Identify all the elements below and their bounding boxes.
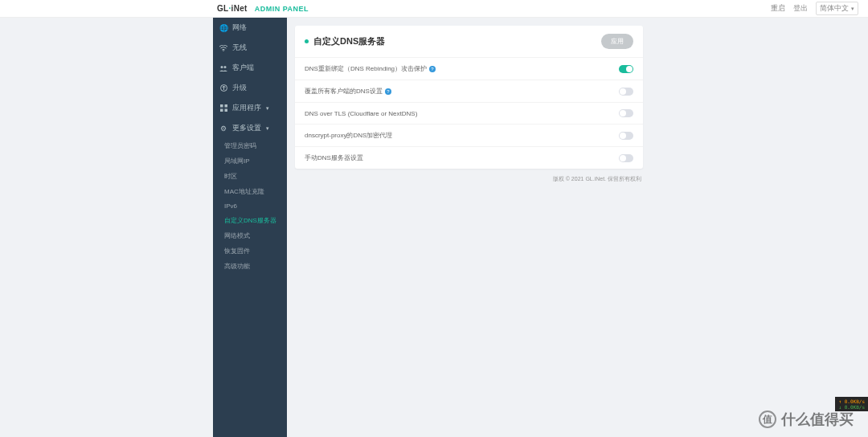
download-speed: ↓ 0.0KB/s (838, 404, 865, 410)
setting-label: DNS重新绑定（DNS Rebinding）攻击保护 (305, 64, 427, 73)
logout-link[interactable]: 登出 (793, 3, 808, 14)
setting-row: 覆盖所有客户端的DNS设置 ? (295, 80, 643, 102)
svg-point-2 (224, 66, 227, 68)
sidebar-item-internet[interactable]: 🌐 网络 (213, 18, 287, 38)
toggle-dns-rebinding[interactable] (619, 65, 633, 73)
main-content: 自定义DNS服务器 应用 DNS重新绑定（DNS Rebinding）攻击保护 … (287, 18, 651, 437)
header-right: 重启 登出 简体中文 ▾ (771, 2, 858, 15)
sidebar-sub-network-mode[interactable]: 网络模式 (213, 228, 287, 243)
sidebar-sub-custom-dns[interactable]: 自定义DNS服务器 (213, 213, 287, 228)
svg-rect-4 (220, 104, 223, 108)
toggle-override-dns[interactable] (619, 88, 633, 96)
apply-button[interactable]: 应用 (601, 34, 633, 49)
gear-icon: ⚙ (219, 125, 227, 133)
chevron-down-icon: ▾ (266, 105, 269, 112)
reboot-link[interactable]: 重启 (771, 3, 785, 14)
header: GL·iNet ADMIN PANEL 重启 登出 简体中文 ▾ (0, 0, 868, 18)
info-icon[interactable]: ? (429, 66, 436, 72)
sidebar-item-apps[interactable]: 应用程序 ▾ (213, 98, 287, 118)
setting-label: dnscrypt-proxy的DNS加密代理 (305, 131, 392, 140)
bullet-icon (305, 39, 309, 43)
upload-speed: ↑ 0.0KB/s (838, 398, 865, 404)
sidebar: 🌐 网络 无线 客户端 升级 应用程序 ▾ ⚙ 更多设置 ▾ 管理员密码 局域网… (213, 18, 287, 437)
sidebar-sub-advanced[interactable]: 高级功能 (213, 259, 287, 274)
setting-label: DNS over TLS (Cloudflare or NextDNS) (305, 110, 417, 117)
sidebar-item-wireless[interactable]: 无线 (213, 38, 287, 58)
sidebar-sub-revert-firmware[interactable]: 恢复固件 (213, 243, 287, 259)
toggle-manual-dns[interactable] (619, 154, 633, 162)
sidebar-sub-mac-clone[interactable]: MAC地址克隆 (213, 184, 287, 199)
globe-icon: 🌐 (219, 24, 227, 32)
apps-icon (219, 104, 227, 112)
svg-point-0 (223, 50, 224, 51)
brand-logo: GL·iNet ADMIN PANEL (217, 4, 309, 13)
sidebar-sub-lan-ip[interactable]: 局域网IP (213, 153, 287, 169)
setting-row: dnscrypt-proxy的DNS加密代理 (295, 124, 643, 146)
wifi-icon (219, 44, 227, 52)
watermark-icon: 值 (759, 410, 776, 428)
footer-copyright: 版权 © 2021 GL.iNet. 保留所有权利 (295, 169, 643, 190)
toggle-dnscrypt[interactable] (619, 132, 633, 140)
dns-panel: 自定义DNS服务器 应用 DNS重新绑定（DNS Rebinding）攻击保护 … (295, 26, 643, 169)
sidebar-sub-admin-password[interactable]: 管理员密码 (213, 138, 287, 153)
watermark: 值 什么值得买 (759, 410, 854, 429)
sidebar-item-upgrade[interactable]: 升级 (213, 78, 287, 98)
setting-row: 手动DNS服务器设置 (295, 146, 643, 169)
sidebar-sub-ipv6[interactable]: IPv6 (213, 199, 287, 213)
users-icon (219, 64, 227, 72)
svg-rect-5 (224, 104, 227, 108)
sidebar-sub-timezone[interactable]: 时区 (213, 169, 287, 184)
svg-rect-6 (220, 109, 223, 112)
chevron-down-icon: ▾ (851, 6, 854, 12)
chevron-down-icon: ▾ (266, 125, 269, 132)
sidebar-item-more-settings[interactable]: ⚙ 更多设置 ▾ (213, 118, 287, 138)
setting-row: DNS over TLS (Cloudflare or NextDNS) (295, 102, 643, 124)
toggle-dns-tls[interactable] (619, 109, 633, 117)
admin-panel-label: ADMIN PANEL (255, 5, 309, 13)
panel-header: 自定义DNS服务器 应用 (295, 26, 643, 57)
upgrade-icon (219, 84, 227, 92)
setting-label: 手动DNS服务器设置 (305, 153, 363, 162)
sidebar-item-clients[interactable]: 客户端 (213, 58, 287, 78)
language-select[interactable]: 简体中文 ▾ (816, 2, 858, 15)
panel-title: 自定义DNS服务器 (313, 35, 385, 47)
setting-row: DNS重新绑定（DNS Rebinding）攻击保护 ? (295, 57, 643, 80)
svg-point-1 (221, 66, 223, 68)
info-icon[interactable]: ? (385, 88, 391, 95)
setting-label: 覆盖所有客户端的DNS设置 (305, 87, 383, 96)
svg-rect-7 (224, 109, 227, 112)
